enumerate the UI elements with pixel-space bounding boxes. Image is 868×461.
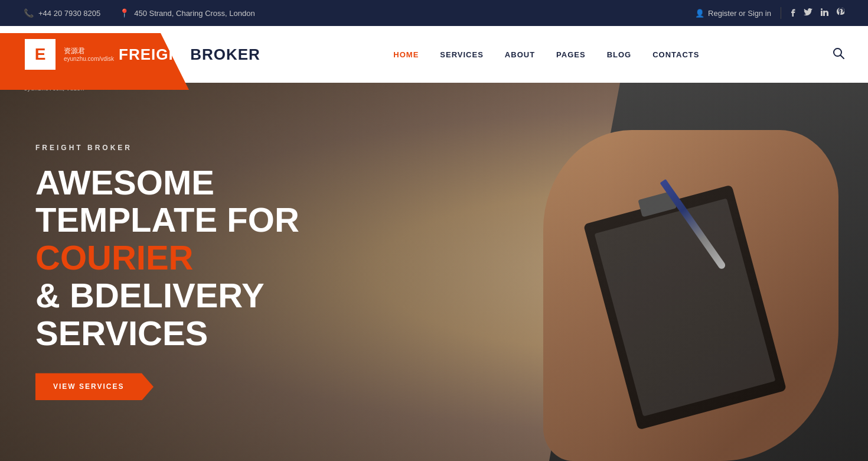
hero-section: FREIGHT BROKER AWESOME TEMPLATE FOR COUR… [0,83,868,461]
nav-blog[interactable]: BLOG [607,50,632,59]
search-button[interactable] [833,47,844,62]
logo-url: eyunzhu.com/vdisk [64,56,114,62]
main-nav: HOME SERVICES ABOUT PAGES BLOG CONTACTS [393,50,699,59]
svg-rect-0 [821,11,823,16]
hero-title-line2: & BDELIVERY SERVICES [35,276,264,352]
svg-line-3 [840,55,844,59]
logo-letter: E [35,45,46,64]
register-text: Register or Sign in [708,9,771,18]
top-bar: 📞 +44 20 7930 8205 📍 450 Strand, Charing… [0,0,868,26]
phone-info: 📞 +44 20 7930 8205 [24,8,100,18]
phone-icon: 📞 [24,8,34,18]
brand-part1: FREIGHT [119,46,190,63]
hero-subtitle: FREIGHT BROKER [35,144,331,152]
svg-point-1 [821,8,823,10]
top-bar-left: 📞 +44 20 7930 8205 📍 450 Strand, Charing… [24,8,255,18]
hero-title: AWESOME TEMPLATE FOR COURIER & BDELIVERY… [35,164,331,352]
pinterest-icon[interactable] [837,8,844,18]
hero-title-line1: AWESOME TEMPLATE FOR [35,163,299,239]
logo-area: E 资源君 eyunzhu.com/vdisk FREIGHTBROKER [24,38,260,71]
hero-title-highlight: COURIER [35,238,193,277]
nav-about[interactable]: ABOUT [505,50,535,59]
register-link[interactable]: 👤 Register or Sign in [695,9,771,18]
divider [781,7,781,19]
phone-number: +44 20 7930 8205 [38,9,100,18]
logo-chinese: 资源君 [64,47,114,55]
twitter-icon[interactable] [804,8,812,18]
logo-brand: FREIGHTBROKER [119,46,260,64]
top-bar-right: 👤 Register or Sign in [695,7,844,19]
nav-services[interactable]: SERVICES [440,50,484,59]
nav-home[interactable]: HOME [393,50,419,59]
hero-content: FREIGHT BROKER AWESOME TEMPLATE FOR COUR… [0,83,366,461]
facebook-icon[interactable] [791,8,795,18]
location-icon: 📍 [119,8,129,18]
nav-pages[interactable]: PAGES [556,50,586,59]
address-text: 450 Strand, Charing Cross, London [134,9,255,18]
logo-text-group: 资源君 eyunzhu.com/vdisk [64,47,114,61]
logo-box: E [24,38,57,71]
brand-part2: BROKER [190,46,260,63]
header: E 资源君 eyunzhu.com/vdisk FREIGHTBROKER HO… [0,26,868,83]
user-icon: 👤 [695,9,704,18]
nav-contacts[interactable]: CONTACTS [652,50,699,59]
view-services-button[interactable]: VIEW SERVICES [35,373,154,400]
logo-content: E 资源君 eyunzhu.com/vdisk [24,38,114,71]
address-info: 📍 450 Strand, Charing Cross, London [119,8,255,18]
linkedin-icon[interactable] [821,8,828,18]
social-icons [791,8,844,18]
